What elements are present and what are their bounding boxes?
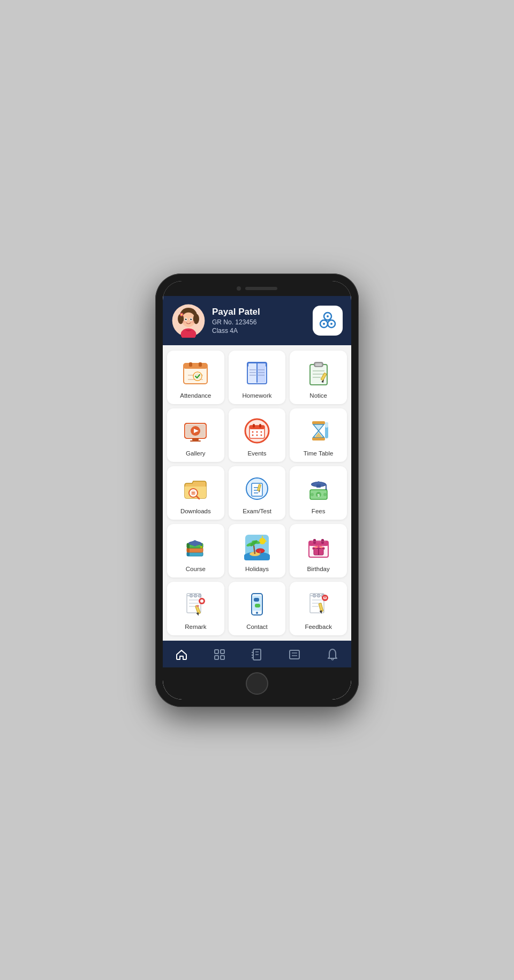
menu-item-fees[interactable]: $ Fees — [290, 466, 347, 520]
birthday-label: Birthday — [307, 566, 330, 572]
menu-item-homework[interactable]: Homework — [229, 351, 286, 404]
app-logo — [313, 306, 343, 336]
phone-bottom-bar — [163, 667, 351, 700]
svg-rect-166 — [215, 656, 218, 659]
svg-point-13 — [183, 321, 186, 323]
phone-screen: Payal Patel GR No. 123456 Class 4A — [163, 281, 351, 700]
nav-list[interactable] — [282, 646, 307, 663]
homework-icon — [242, 358, 272, 388]
svg-rect-26 — [199, 362, 202, 367]
feedback-label: Feedback — [305, 624, 332, 630]
svg-point-163 — [324, 598, 326, 599]
phone-top-bar — [163, 281, 351, 296]
holidays-icon — [242, 531, 272, 561]
menu-item-birthday[interactable]: Birthday — [290, 524, 347, 578]
home-button[interactable] — [246, 672, 268, 695]
nav-home[interactable] — [169, 646, 194, 663]
speaker-bar — [245, 287, 277, 290]
svg-rect-75 — [192, 493, 195, 495]
svg-rect-68 — [312, 421, 325, 424]
svg-rect-145 — [254, 598, 259, 602]
svg-rect-60 — [253, 424, 255, 428]
bottom-navigation — [163, 641, 351, 667]
menu-item-events[interactable]: Events — [229, 408, 286, 462]
notice-label: Notice — [309, 392, 327, 399]
svg-point-62 — [252, 431, 253, 432]
fees-label: Fees — [312, 508, 326, 514]
contact-label: Contact — [246, 624, 268, 630]
avatar — [171, 303, 206, 338]
attendance-icon — [180, 358, 210, 388]
contact-icon — [242, 589, 272, 619]
svg-point-65 — [252, 434, 253, 436]
svg-point-21 — [323, 323, 325, 325]
events-label: Events — [247, 450, 266, 457]
svg-point-149 — [256, 612, 258, 614]
feedback-icon — [304, 589, 334, 619]
timetable-label: Time Table — [304, 450, 334, 457]
svg-rect-59 — [250, 426, 264, 429]
menu-item-feedback[interactable]: Feedback — [290, 582, 347, 635]
bell-icon — [326, 648, 339, 661]
svg-rect-86 — [316, 484, 321, 488]
svg-point-6 — [181, 314, 183, 315]
examtest-label: Exam/Test — [243, 508, 271, 514]
gallery-icon — [180, 416, 210, 446]
course-icon — [180, 531, 210, 561]
svg-point-92 — [311, 493, 314, 496]
svg-rect-74 — [192, 492, 195, 493]
menu-item-timetable[interactable]: Time Table — [290, 408, 347, 462]
events-icon — [242, 416, 272, 446]
nav-bell[interactable] — [320, 646, 345, 663]
remark-icon — [180, 589, 210, 619]
attendance-label: Attendance — [180, 392, 211, 399]
holidays-label: Holidays — [245, 566, 269, 572]
svg-rect-119 — [309, 541, 328, 546]
svg-rect-120 — [313, 539, 316, 544]
svg-point-14 — [191, 321, 194, 323]
phone-frame: Payal Patel GR No. 123456 Class 4A — [155, 274, 359, 707]
notebook-icon — [251, 648, 263, 661]
svg-point-20 — [327, 315, 329, 317]
screen-content: Payal Patel GR No. 123456 Class 4A — [163, 296, 351, 667]
user-class: Class 4A — [212, 327, 306, 335]
nav-notebook[interactable] — [244, 646, 270, 663]
menu-item-downloads[interactable]: Downloads — [167, 466, 224, 520]
svg-point-63 — [256, 431, 258, 432]
svg-point-66 — [256, 434, 258, 436]
svg-rect-174 — [290, 650, 299, 659]
menu-item-contact[interactable]: Contact — [229, 582, 286, 635]
birthday-icon — [304, 531, 334, 561]
menu-item-course[interactable]: Course — [167, 524, 224, 578]
menu-item-examtest[interactable]: Exam/Test — [229, 466, 286, 520]
course-label: Course — [186, 566, 206, 572]
svg-point-103 — [200, 546, 202, 548]
examtest-icon — [242, 474, 272, 504]
svg-point-93 — [323, 493, 327, 496]
menu-item-remark[interactable]: Remark — [167, 582, 224, 635]
menu-item-gallery[interactable]: Gallery — [167, 408, 224, 462]
svg-point-142 — [200, 599, 203, 603]
svg-rect-167 — [221, 656, 224, 659]
gallery-label: Gallery — [186, 450, 205, 457]
svg-text:$: $ — [317, 493, 320, 498]
nav-grid[interactable] — [207, 646, 232, 663]
menu-item-holidays[interactable]: Holidays — [229, 524, 286, 578]
homework-label: Homework — [243, 392, 272, 399]
svg-rect-162 — [324, 596, 326, 598]
svg-rect-55 — [192, 438, 199, 440]
user-gr: GR No. 123456 — [212, 318, 306, 326]
svg-rect-61 — [259, 424, 261, 428]
user-info: Payal Patel GR No. 123456 Class 4A — [212, 307, 306, 335]
svg-rect-71 — [325, 422, 328, 428]
menu-item-notice[interactable]: Notice — [290, 351, 347, 404]
menu-item-attendance[interactable]: Attendance — [167, 351, 224, 404]
svg-point-22 — [330, 323, 332, 325]
menu-grid: Attendance — [163, 345, 351, 641]
profile-header: Payal Patel GR No. 123456 Class 4A — [163, 296, 351, 345]
svg-point-67 — [260, 434, 262, 436]
svg-rect-164 — [215, 650, 218, 654]
svg-rect-24 — [184, 363, 207, 369]
svg-rect-165 — [221, 650, 224, 654]
svg-point-11 — [186, 318, 186, 319]
